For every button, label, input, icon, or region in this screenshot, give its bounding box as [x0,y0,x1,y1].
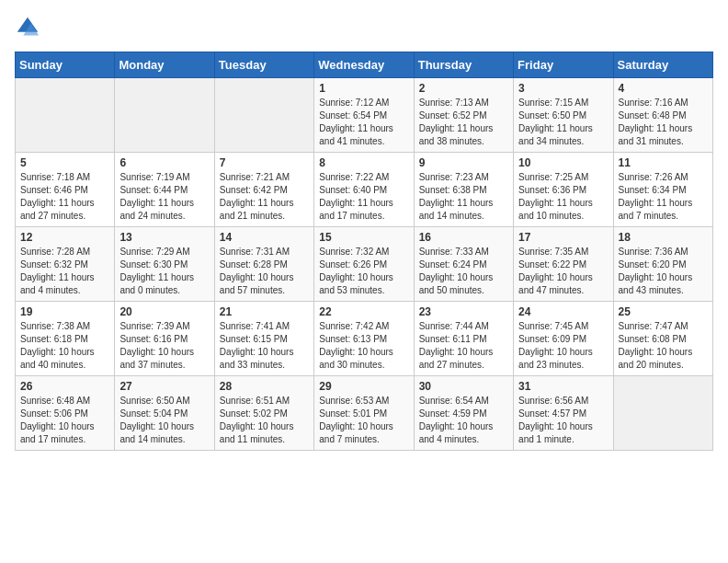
calendar-cell: 6Sunrise: 7:19 AM Sunset: 6:44 PM Daylig… [115,153,214,227]
calendar-week-row: 1Sunrise: 7:12 AM Sunset: 6:54 PM Daylig… [16,78,713,153]
day-info: Sunrise: 6:51 AM Sunset: 5:02 PM Dayligh… [220,395,309,446]
day-info: Sunrise: 7:18 AM Sunset: 6:46 PM Dayligh… [20,171,109,223]
day-number: 12 [20,231,109,244]
day-info: Sunrise: 7:26 AM Sunset: 6:34 PM Dayligh… [619,171,708,223]
calendar-cell: 28Sunrise: 6:51 AM Sunset: 5:02 PM Dayli… [214,376,313,451]
day-number: 21 [220,305,309,318]
day-header-thursday: Thursday [414,52,513,78]
day-number: 29 [319,380,408,393]
day-info: Sunrise: 6:53 AM Sunset: 5:01 PM Dayligh… [319,395,408,446]
calendar-cell: 21Sunrise: 7:41 AM Sunset: 6:15 PM Dayli… [214,302,313,376]
day-info: Sunrise: 7:25 AM Sunset: 6:36 PM Dayligh… [518,171,608,223]
calendar-cell: 4Sunrise: 7:16 AM Sunset: 6:48 PM Daylig… [613,78,712,153]
day-info: Sunrise: 7:41 AM Sunset: 6:15 PM Dayligh… [220,320,309,372]
calendar-table: SundayMondayTuesdayWednesdayThursdayFrid… [15,52,713,451]
calendar-cell: 19Sunrise: 7:38 AM Sunset: 6:18 PM Dayli… [16,302,115,376]
calendar-cell: 22Sunrise: 7:42 AM Sunset: 6:13 PM Dayli… [314,302,414,376]
day-info: Sunrise: 7:32 AM Sunset: 6:26 PM Dayligh… [319,246,408,297]
calendar-cell: 8Sunrise: 7:22 AM Sunset: 6:40 PM Daylig… [314,153,414,227]
calendar-cell [214,78,313,153]
day-info: Sunrise: 6:56 AM Sunset: 4:57 PM Dayligh… [518,395,608,446]
day-info: Sunrise: 7:47 AM Sunset: 6:08 PM Dayligh… [619,320,708,372]
day-info: Sunrise: 7:45 AM Sunset: 6:09 PM Dayligh… [518,320,608,372]
logo [15,15,44,40]
calendar-cell: 14Sunrise: 7:31 AM Sunset: 6:28 PM Dayli… [214,227,313,302]
day-number: 8 [319,156,408,169]
day-info: Sunrise: 7:33 AM Sunset: 6:24 PM Dayligh… [419,246,508,297]
day-info: Sunrise: 7:38 AM Sunset: 6:18 PM Dayligh… [20,320,109,372]
day-number: 15 [319,231,408,244]
calendar-cell: 10Sunrise: 7:25 AM Sunset: 6:36 PM Dayli… [514,153,613,227]
day-info: Sunrise: 7:28 AM Sunset: 6:32 PM Dayligh… [20,246,109,297]
day-info: Sunrise: 7:29 AM Sunset: 6:30 PM Dayligh… [119,246,209,297]
day-info: Sunrise: 7:22 AM Sunset: 6:40 PM Dayligh… [319,171,408,223]
day-number: 26 [20,380,109,393]
day-number: 18 [619,231,708,244]
calendar-cell: 20Sunrise: 7:39 AM Sunset: 6:16 PM Dayli… [115,302,214,376]
calendar-week-row: 12Sunrise: 7:28 AM Sunset: 6:32 PM Dayli… [16,227,713,302]
day-info: Sunrise: 7:31 AM Sunset: 6:28 PM Dayligh… [220,246,309,297]
day-number: 22 [319,305,408,318]
day-header-friday: Friday [514,52,613,78]
calendar-week-row: 5Sunrise: 7:18 AM Sunset: 6:46 PM Daylig… [16,153,713,227]
calendar-cell: 11Sunrise: 7:26 AM Sunset: 6:34 PM Dayli… [613,153,712,227]
day-info: Sunrise: 7:19 AM Sunset: 6:44 PM Dayligh… [119,171,209,223]
day-info: Sunrise: 7:13 AM Sunset: 6:52 PM Dayligh… [419,97,508,148]
day-info: Sunrise: 7:23 AM Sunset: 6:38 PM Dayligh… [419,171,508,223]
day-number: 19 [20,305,109,318]
day-number: 27 [119,380,209,393]
day-header-wednesday: Wednesday [314,52,414,78]
calendar-cell: 29Sunrise: 6:53 AM Sunset: 5:01 PM Dayli… [314,376,414,451]
calendar-week-row: 19Sunrise: 7:38 AM Sunset: 6:18 PM Dayli… [16,302,713,376]
logo-icon [15,15,40,40]
calendar-cell: 30Sunrise: 6:54 AM Sunset: 4:59 PM Dayli… [414,376,513,451]
calendar-cell: 16Sunrise: 7:33 AM Sunset: 6:24 PM Dayli… [414,227,513,302]
calendar-cell: 9Sunrise: 7:23 AM Sunset: 6:38 PM Daylig… [414,153,513,227]
day-info: Sunrise: 7:35 AM Sunset: 6:22 PM Dayligh… [518,246,608,297]
day-number: 30 [419,380,508,393]
calendar-cell: 13Sunrise: 7:29 AM Sunset: 6:30 PM Dayli… [115,227,214,302]
day-info: Sunrise: 6:48 AM Sunset: 5:06 PM Dayligh… [20,395,109,446]
day-number: 13 [119,231,209,244]
day-info: Sunrise: 6:54 AM Sunset: 4:59 PM Dayligh… [419,395,508,446]
day-number: 24 [518,305,608,318]
day-number: 7 [220,156,309,169]
day-header-tuesday: Tuesday [214,52,313,78]
calendar-cell [613,376,712,451]
calendar-cell: 26Sunrise: 6:48 AM Sunset: 5:06 PM Dayli… [16,376,115,451]
calendar-cell: 25Sunrise: 7:47 AM Sunset: 6:08 PM Dayli… [613,302,712,376]
calendar-cell: 2Sunrise: 7:13 AM Sunset: 6:52 PM Daylig… [414,78,513,153]
calendar-cell: 12Sunrise: 7:28 AM Sunset: 6:32 PM Dayli… [16,227,115,302]
day-number: 10 [518,156,608,169]
calendar-cell: 18Sunrise: 7:36 AM Sunset: 6:20 PM Dayli… [613,227,712,302]
calendar-cell: 1Sunrise: 7:12 AM Sunset: 6:54 PM Daylig… [314,78,414,153]
day-number: 16 [419,231,508,244]
calendar-cell: 5Sunrise: 7:18 AM Sunset: 6:46 PM Daylig… [16,153,115,227]
day-number: 17 [518,231,608,244]
calendar-cell: 24Sunrise: 7:45 AM Sunset: 6:09 PM Dayli… [514,302,613,376]
day-number: 28 [220,380,309,393]
day-info: Sunrise: 7:39 AM Sunset: 6:16 PM Dayligh… [119,320,209,372]
calendar-cell: 17Sunrise: 7:35 AM Sunset: 6:22 PM Dayli… [514,227,613,302]
day-number: 1 [319,82,408,95]
day-info: Sunrise: 7:36 AM Sunset: 6:20 PM Dayligh… [619,246,708,297]
day-info: Sunrise: 7:16 AM Sunset: 6:48 PM Dayligh… [619,97,708,148]
day-header-monday: Monday [115,52,214,78]
day-info: Sunrise: 7:12 AM Sunset: 6:54 PM Dayligh… [319,97,408,148]
day-number: 14 [220,231,309,244]
day-number: 5 [20,156,109,169]
day-number: 2 [419,82,508,95]
calendar-cell [16,78,115,153]
calendar-body: 1Sunrise: 7:12 AM Sunset: 6:54 PM Daylig… [16,78,713,451]
day-number: 23 [419,305,508,318]
day-info: Sunrise: 7:15 AM Sunset: 6:50 PM Dayligh… [518,97,608,148]
calendar-cell: 7Sunrise: 7:21 AM Sunset: 6:42 PM Daylig… [214,153,313,227]
day-number: 20 [119,305,209,318]
page-header [15,15,713,40]
day-number: 3 [518,82,608,95]
calendar-cell: 31Sunrise: 6:56 AM Sunset: 4:57 PM Dayli… [514,376,613,451]
calendar-cell [115,78,214,153]
day-info: Sunrise: 7:44 AM Sunset: 6:11 PM Dayligh… [419,320,508,372]
day-info: Sunrise: 7:21 AM Sunset: 6:42 PM Dayligh… [220,171,309,223]
day-number: 6 [119,156,209,169]
